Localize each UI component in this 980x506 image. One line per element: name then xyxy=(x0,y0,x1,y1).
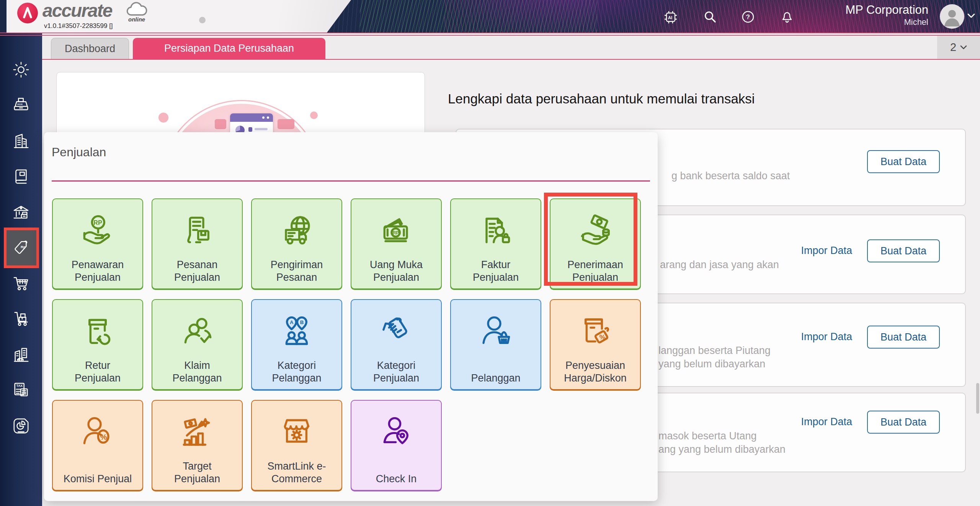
sidebar-item-settings[interactable] xyxy=(0,52,42,87)
tab-persiapan-data-perusahaan[interactable]: Persiapan Data Perusahaan xyxy=(133,38,325,59)
tile-faktur-penjualan[interactable]: Faktur Penjualan xyxy=(450,198,541,289)
card-description: masok beserta Utang ang yang belum dibay… xyxy=(658,429,786,456)
tile-komisi-penjual[interactable]: % Komisi Penjual xyxy=(52,400,143,491)
tile-klaim-pelanggan[interactable]: Klaim Pelanggan xyxy=(152,299,243,390)
help-icon[interactable]: ? xyxy=(741,10,755,24)
tile-uang-muka-penjualan[interactable]: RP Uang Muka Penjualan xyxy=(351,198,442,289)
book-icon xyxy=(12,168,30,185)
sidebar: Rp TAX xyxy=(0,0,42,506)
ai-assistant-icon[interactable]: AI xyxy=(663,10,678,25)
impor-data-link[interactable]: Impor Data xyxy=(801,245,852,257)
tab-dashboard[interactable]: Dashboard xyxy=(51,38,129,59)
svg-text:%: % xyxy=(100,433,107,441)
header-brand-area: accurate online v1.0.1#3507-2283599 [] xyxy=(7,0,351,33)
pins-people-icon: AB xyxy=(252,307,341,357)
price-tags-icon xyxy=(351,307,441,357)
svg-text:RP: RP xyxy=(393,230,399,236)
building-icon xyxy=(12,132,30,150)
customer-basket-icon xyxy=(451,307,541,357)
cloud-icon xyxy=(126,1,148,17)
tile-kategori-penjualan[interactable]: Kategori Penjualan xyxy=(351,299,442,390)
tile-pesanan-penjualan[interactable]: Pesanan Penjualan xyxy=(152,198,243,289)
tile-label: Kategori Penjualan xyxy=(353,359,439,385)
tile-label: Pelanggan xyxy=(452,372,539,385)
buat-data-button[interactable]: Buat Data xyxy=(867,326,940,349)
header-divider-line-2 xyxy=(0,35,980,36)
tile-label: Komisi Penjual xyxy=(54,473,141,485)
sidebar-item-tax[interactable]: TAX xyxy=(0,372,42,408)
decorative-dot xyxy=(199,17,206,23)
person-location-icon xyxy=(351,408,441,457)
tile-label: SmartLink e- Commerce xyxy=(253,460,340,485)
illustration-pill xyxy=(278,119,294,129)
chevron-down-icon[interactable] xyxy=(967,13,975,19)
tab-count-value: 2 xyxy=(950,41,956,54)
user-menu[interactable]: MP Corporation Michel xyxy=(845,3,928,28)
sidebar-item-ledger[interactable] xyxy=(0,159,42,194)
svg-text:RP: RP xyxy=(93,219,102,226)
box-discount-tag-icon: % xyxy=(550,307,640,357)
bank-icon xyxy=(12,203,30,221)
sidebar-item-inventory[interactable] xyxy=(0,301,42,337)
gear-icon xyxy=(12,61,30,79)
tile-penawaran-penjualan[interactable]: RP Penawaran Penjualan xyxy=(52,198,143,289)
tile-target-penjualan[interactable]: Target Penjualan xyxy=(152,400,243,491)
card-description: g bank beserta saldo saat xyxy=(671,169,790,183)
impor-data-link[interactable]: Impor Data xyxy=(801,331,852,343)
cash-register-icon xyxy=(12,97,30,114)
sidebar-item-cash-register[interactable] xyxy=(0,87,42,123)
header: accurate online v1.0.1#3507-2283599 [] A… xyxy=(0,0,980,33)
hand-receive-money-icon xyxy=(550,206,640,256)
sidebar-item-assets[interactable] xyxy=(0,194,42,230)
tile-retur-penjualan[interactable]: Retur Penjualan xyxy=(52,299,143,390)
tab-count-dropdown[interactable]: 2 xyxy=(937,36,980,59)
sidebar-item-sales[interactable]: Rp xyxy=(0,230,42,265)
tile-penerimaan-penjualan[interactable]: Penerimaan Penjualan xyxy=(550,198,641,289)
illustration-dot xyxy=(158,113,168,123)
buat-data-button[interactable]: Buat Data xyxy=(867,239,940,262)
svg-text:A: A xyxy=(290,319,294,325)
svg-text:TAX: TAX xyxy=(16,384,23,388)
tile-label: Pesanan Penjualan xyxy=(154,259,240,284)
tab-bar: Dashboard Persiapan Data Perusahaan 2 xyxy=(42,36,980,60)
version-label: v1.0.1#3507-2283599 [] xyxy=(44,22,113,30)
illustration-pill xyxy=(215,119,226,129)
hand-coin-icon: RP xyxy=(53,206,142,256)
app-screen: Rp TAX accurate xyxy=(0,0,980,506)
tile-pengiriman-pesanan[interactable]: Pengiriman Pesanan xyxy=(251,198,342,289)
buat-data-button[interactable]: Buat Data xyxy=(867,150,940,173)
banknotes-icon: RP xyxy=(351,206,441,256)
scrollbar-thumb[interactable] xyxy=(976,383,979,414)
shopping-cart-icon xyxy=(12,275,30,292)
invoice-person-icon xyxy=(451,206,541,256)
user-name: Michel xyxy=(845,17,928,28)
buat-data-button[interactable]: Buat Data xyxy=(867,411,940,434)
tile-label: Check In xyxy=(353,473,439,485)
sidebar-item-purchases[interactable] xyxy=(0,265,42,301)
svg-text:%: % xyxy=(599,333,605,341)
tax-document-icon: TAX xyxy=(12,382,30,399)
notifications-bell-icon[interactable] xyxy=(780,10,794,24)
avatar[interactable] xyxy=(940,4,964,29)
growth-chart-icon xyxy=(152,408,242,457)
report-pie-icon xyxy=(12,417,30,435)
tile-label: Uang Muka Penjualan xyxy=(353,259,439,284)
panel-heading: Lengkapi data perusahaan untuk memulai t… xyxy=(448,91,755,106)
accurate-logo-icon[interactable] xyxy=(17,3,38,23)
tile-kategori-pelanggan[interactable]: AB Kategori Pelanggan xyxy=(251,299,342,390)
tile-pelanggan[interactable]: Pelanggan xyxy=(450,299,541,390)
tile-label: Pengiriman Pesanan xyxy=(253,259,340,284)
sidebar-item-company[interactable] xyxy=(0,123,42,159)
tile-label: Target Penjualan xyxy=(154,460,240,485)
impor-data-link[interactable]: Impor Data xyxy=(801,416,852,428)
tile-smartlink-ecommerce[interactable]: SmartLink e- Commerce xyxy=(251,400,342,491)
tile-penyesuaian-harga-diskon[interactable]: % Penyesuaian Harga/Diskon xyxy=(550,299,641,390)
sidebar-item-fixed-assets[interactable] xyxy=(0,337,42,372)
tile-check-in[interactable]: Check In xyxy=(351,400,442,491)
search-icon[interactable] xyxy=(703,10,717,24)
sidebar-item-reports[interactable] xyxy=(0,408,42,444)
svg-text:?: ? xyxy=(746,13,750,21)
sidebar-nav: Rp TAX xyxy=(0,52,42,444)
svg-text:Rp: Rp xyxy=(21,244,26,249)
modal-divider xyxy=(52,180,650,182)
